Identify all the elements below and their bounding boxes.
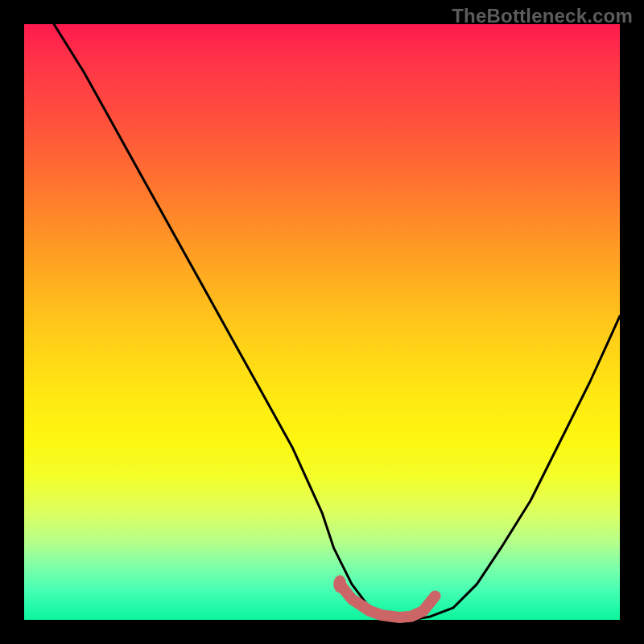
- marker-dot: [333, 576, 346, 593]
- plot-area: [24, 24, 620, 620]
- chart-frame: TheBottleneck.com: [0, 0, 644, 644]
- bottleneck-curve: [24, 0, 620, 620]
- curve-layer: [24, 24, 620, 620]
